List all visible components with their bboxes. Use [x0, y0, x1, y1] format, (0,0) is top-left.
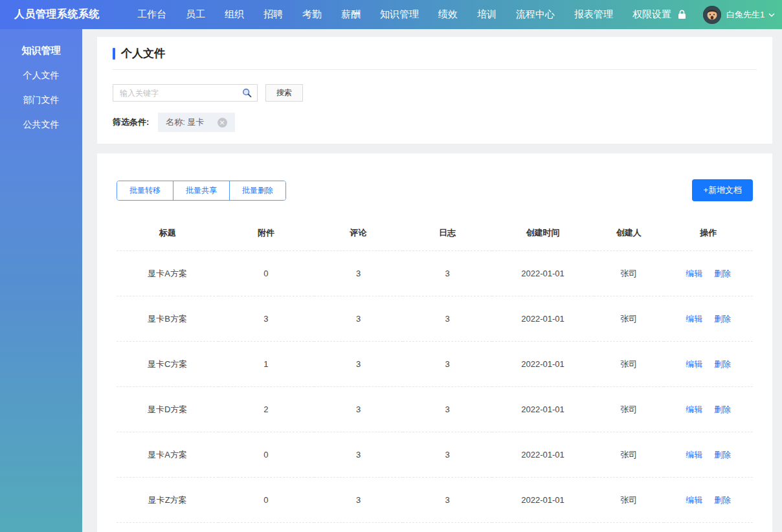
cell-comments: 3 — [314, 387, 403, 432]
search-button[interactable]: 搜索 — [265, 84, 303, 102]
search-box — [113, 84, 258, 102]
nav-user-area: 白兔先生1 — [678, 6, 775, 24]
nav-item-report[interactable]: 报表管理 — [574, 8, 613, 21]
batch-delete-button[interactable]: 批量删除 — [230, 181, 285, 200]
sidebar-header-knowledge: 知识管理 — [0, 39, 82, 63]
column-header-actions: 操作 — [664, 221, 753, 251]
sidebar-item-personal-files[interactable]: 个人文件 — [0, 63, 82, 88]
column-header-logs: 日志 — [403, 221, 492, 251]
column-header-creator: 创建人 — [594, 221, 664, 251]
main-content: 个人文件 搜索 筛选条件: 名称: 显卡 — [82, 29, 782, 532]
app-title: 人员管理系统系统 — [14, 8, 100, 21]
table-header-row: 标题 附件 评论 日志 创建时间 创建人 操作 — [117, 221, 753, 251]
cell-creator: 张司 — [594, 432, 664, 478]
cell-attachments: 2 — [218, 387, 313, 432]
cell-created: 2022-01-01 — [492, 251, 594, 296]
cell-logs: 3 — [403, 387, 492, 432]
table-row: 显卡C方案 1 3 3 2022-01-01 张司 编辑 删除 — [117, 342, 753, 387]
cell-actions: 编辑 删除 — [664, 342, 753, 387]
title-divider — [113, 69, 757, 70]
delete-link[interactable]: 删除 — [714, 269, 731, 278]
batch-transfer-button[interactable]: 批量转移 — [117, 181, 173, 200]
delete-link[interactable]: 删除 — [714, 450, 731, 460]
delete-link[interactable]: 删除 — [714, 359, 731, 369]
table-toolbar: 批量转移 批量共享 批量删除 +新增文档 — [117, 179, 753, 201]
filter-tag: 名称: 显卡 × — [158, 113, 234, 132]
nav-item-workbench[interactable]: 工作台 — [137, 8, 166, 21]
main-nav: 工作台 员工 组织 招聘 考勤 薪酬 知识管理 绩效 培训 流程中心 报表管理 … — [137, 8, 671, 21]
filter-label: 筛选条件: — [113, 116, 149, 128]
edit-link[interactable]: 编辑 — [686, 495, 702, 505]
close-icon[interactable]: × — [218, 118, 227, 127]
table-row: 显卡B方案 3 3 3 2022-01-01 张司 编辑 删除 — [117, 296, 753, 342]
nav-item-attendance[interactable]: 考勤 — [302, 8, 322, 21]
filter-row: 筛选条件: 名称: 显卡 × — [113, 113, 757, 132]
cell-comments: 3 — [314, 432, 403, 478]
cell-attachments: 1 — [218, 342, 313, 387]
cell-creator: 张司 — [594, 478, 664, 523]
table-panel: 批量转移 批量共享 批量删除 +新增文档 标题 附件 评论 日志 — [97, 153, 772, 532]
table-row: 显卡D方案 2 3 3 2022-01-01 张司 编辑 删除 — [117, 387, 753, 432]
cell-logs: 3 — [403, 432, 492, 478]
nav-item-process-center[interactable]: 流程中心 — [516, 8, 555, 21]
delete-link[interactable]: 删除 — [714, 314, 731, 324]
edit-link[interactable]: 编辑 — [686, 450, 702, 460]
nav-item-training[interactable]: 培训 — [477, 8, 497, 21]
page-title: 个人文件 — [121, 46, 165, 61]
lock-icon[interactable] — [678, 10, 686, 19]
table-row: 显卡A方案 0 3 3 2022-01-01 张司 编辑 删除 — [117, 432, 753, 478]
add-document-button[interactable]: +新增文档 — [692, 179, 753, 201]
edit-link[interactable]: 编辑 — [686, 405, 702, 414]
cell-title: 显卡Z方案 — [117, 478, 218, 523]
delete-link[interactable]: 删除 — [714, 495, 731, 505]
nav-item-organization[interactable]: 组织 — [225, 8, 244, 21]
column-header-created: 创建时间 — [492, 221, 594, 251]
cell-creator: 张司 — [594, 387, 664, 432]
edit-link[interactable]: 编辑 — [686, 359, 702, 369]
edit-link[interactable]: 编辑 — [686, 269, 702, 278]
chevron-down-icon[interactable] — [768, 13, 775, 17]
cell-creator: 张司 — [594, 296, 664, 342]
search-input[interactable] — [113, 85, 257, 101]
delete-link[interactable]: 删除 — [714, 405, 731, 414]
cell-title: 显卡A方案 — [117, 432, 218, 478]
cell-comments: 3 — [314, 251, 403, 296]
magnifier-icon[interactable] — [242, 88, 252, 100]
batch-button-group: 批量转移 批量共享 批量删除 — [117, 181, 286, 201]
page-title-row: 个人文件 — [113, 46, 757, 61]
cell-comments: 3 — [314, 296, 403, 342]
sidebar-item-public-files[interactable]: 公共文件 — [0, 113, 82, 137]
nav-item-salary[interactable]: 薪酬 — [341, 8, 361, 21]
batch-share-button[interactable]: 批量共享 — [173, 181, 230, 200]
cell-actions: 编辑 删除 — [664, 432, 753, 478]
cell-actions: 编辑 删除 — [664, 387, 753, 432]
nav-item-recruitment[interactable]: 招聘 — [263, 8, 283, 21]
cell-comments: 3 — [314, 342, 403, 387]
avatar[interactable] — [703, 6, 721, 24]
nav-item-permission[interactable]: 权限设置 — [632, 8, 671, 21]
top-navbar: 人员管理系统系统 工作台 员工 组织 招聘 考勤 薪酬 知识管理 绩效 培训 流… — [0, 0, 782, 29]
cell-logs: 3 — [403, 296, 492, 342]
cell-creator: 张司 — [594, 251, 664, 296]
sidebar-item-department-files[interactable]: 部门文件 — [0, 88, 82, 113]
cell-created: 2022-01-01 — [492, 342, 594, 387]
cell-title: 显卡A方案 — [117, 251, 218, 296]
column-header-title: 标题 — [117, 221, 218, 251]
cell-attachments: 0 — [218, 251, 313, 296]
cell-title: 显卡D方案 — [117, 387, 218, 432]
cell-title: 显卡C方案 — [117, 342, 218, 387]
header-panel: 个人文件 搜索 筛选条件: 名称: 显卡 — [97, 37, 772, 144]
cell-actions: 编辑 删除 — [664, 251, 753, 296]
user-name[interactable]: 白兔先生1 — [726, 9, 765, 21]
cell-created: 2022-01-01 — [492, 387, 594, 432]
cell-created: 2022-01-01 — [492, 296, 594, 342]
nav-item-employee[interactable]: 员工 — [186, 8, 205, 21]
cell-actions: 编辑 删除 — [664, 478, 753, 523]
cell-attachments: 3 — [218, 296, 313, 342]
cell-creator: 张司 — [594, 342, 664, 387]
column-header-comments: 评论 — [314, 221, 403, 251]
nav-item-performance[interactable]: 绩效 — [438, 8, 458, 21]
cell-logs: 3 — [403, 251, 492, 296]
edit-link[interactable]: 编辑 — [686, 314, 702, 324]
nav-item-knowledge[interactable]: 知识管理 — [380, 8, 419, 21]
